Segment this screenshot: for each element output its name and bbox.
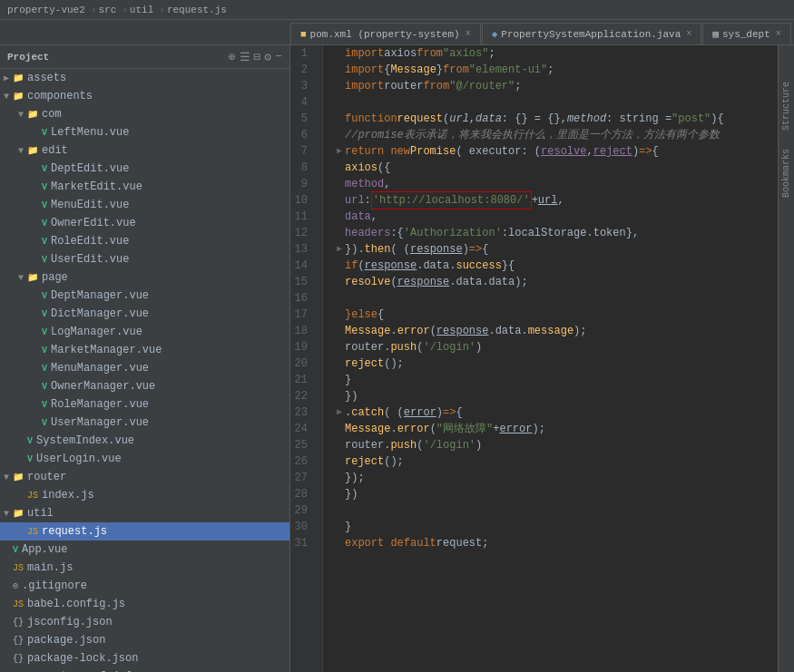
- tree-item-UserManager-vue[interactable]: VUserManager.vue: [0, 414, 289, 432]
- token: (: [390, 274, 397, 290]
- tree-item-util[interactable]: ▼📁util: [0, 504, 289, 522]
- code-line-4: [334, 94, 778, 111]
- token: from: [423, 78, 449, 94]
- token: reject: [593, 143, 632, 160]
- token: router: [384, 78, 423, 94]
- line-num-24: 24: [290, 421, 315, 437]
- tree-label: index.js: [42, 489, 94, 502]
- tree-item-package-json[interactable]: {}package.json: [0, 631, 289, 649]
- token: success: [456, 258, 501, 274]
- tree-item-package-lock-json[interactable]: {}package-lock.json: [0, 649, 289, 667]
- tree-item-RoleEdit-vue[interactable]: VRoleEdit.vue: [0, 232, 289, 250]
- tree-item-property-vue2-iml[interactable]: ⊡property-vue2.iml: [0, 667, 289, 672]
- tree-item-components[interactable]: ▼📁components: [0, 87, 289, 105]
- line-num-6: 6: [290, 127, 315, 143]
- tree-item-UserLogin-vue[interactable]: VUserLogin.vue: [0, 450, 289, 468]
- token: resolve: [541, 143, 586, 160]
- tree-item-OwnerEdit-vue[interactable]: VOwnerEdit.vue: [0, 214, 289, 232]
- token: (: [430, 421, 436, 437]
- tree-item-jsconfig-json[interactable]: {}jsconfig.json: [0, 613, 289, 631]
- tree-label: DeptEdit.vue: [51, 162, 129, 175]
- title-util: util: [130, 5, 153, 15]
- side-panels: Structure Bookmarks: [778, 45, 794, 672]
- tree-item-main-js[interactable]: JSmain.js: [0, 559, 289, 577]
- add-icon[interactable]: ⊕: [229, 50, 236, 64]
- tree-item-MarketManager-vue[interactable]: VMarketManager.vue: [0, 341, 289, 359]
- token: reject: [345, 453, 384, 470]
- file-icon: V: [42, 164, 47, 174]
- token: {: [456, 404, 462, 421]
- tree-item-MenuEdit-vue[interactable]: VMenuEdit.vue: [0, 196, 289, 214]
- line-num-9: 9: [290, 176, 315, 192]
- tab-app-java[interactable]: ◆ PropertySystemApplication.java ×: [482, 23, 702, 44]
- token: ,: [384, 176, 390, 192]
- token: =>: [443, 404, 456, 421]
- tree-item-babel-config-js[interactable]: JSbabel.config.js: [0, 595, 289, 613]
- list-icon[interactable]: ☰: [240, 50, 250, 64]
- token: .: [390, 421, 397, 437]
- collapse-icon[interactable]: ⊟: [254, 50, 261, 64]
- tree-label: OwnerEdit.vue: [51, 217, 136, 229]
- file-icon: V: [42, 346, 47, 355]
- token: router: [345, 339, 384, 355]
- close-app-button[interactable]: ×: [686, 29, 691, 39]
- tree-item-UserEdit-vue[interactable]: VUserEdit.vue: [0, 250, 289, 268]
- token: ): [475, 437, 482, 453]
- line-num-5: 5: [290, 111, 315, 127]
- close-pom-button[interactable]: ×: [466, 29, 471, 39]
- tree-item-LeftMenu-vue[interactable]: VLeftMenu.vue: [0, 123, 289, 141]
- tree-item-LogManager-vue[interactable]: VLogManager.vue: [0, 323, 289, 341]
- tab-sysdept[interactable]: ▦ sys_dept ×: [702, 23, 790, 44]
- tree-arrow: ▼: [0, 92, 13, 102]
- tree-label: LogManager.vue: [51, 326, 142, 338]
- tree-label: LeftMenu.vue: [51, 126, 129, 139]
- gutter-13: ▶: [334, 241, 345, 258]
- gear-icon[interactable]: ⚙: [264, 50, 271, 64]
- token: .: [390, 323, 397, 339]
- tree-item-index-js[interactable]: JSindex.js: [0, 486, 289, 504]
- code-line-5: function request(url,data : {} = {}, met…: [334, 111, 778, 127]
- tree-label: UserEdit.vue: [51, 253, 129, 266]
- token: export default: [345, 535, 436, 551]
- tree-item-App-vue[interactable]: VApp.vue: [0, 541, 289, 559]
- tree-item-edit[interactable]: ▼📁edit: [0, 141, 289, 160]
- file-icon: JS: [27, 527, 38, 537]
- tree-item-DictManager-vue[interactable]: VDictManager.vue: [0, 305, 289, 323]
- tree-item-router[interactable]: ▼📁router: [0, 468, 289, 486]
- tree-item-request-js[interactable]: JSrequest.js: [0, 522, 289, 541]
- tree-item-MenuManager-vue[interactable]: VMenuManager.vue: [0, 359, 289, 377]
- tree-item-MarketEdit-vue[interactable]: VMarketEdit.vue: [0, 178, 289, 196]
- tree-item-SystemIndex-vue[interactable]: VSystemIndex.vue: [0, 432, 289, 450]
- line-num-23: 23: [290, 404, 315, 421]
- token: resolve: [345, 274, 390, 290]
- close-sysdept-button[interactable]: ×: [776, 29, 781, 39]
- tree-item-OwnerManager-vue[interactable]: VOwnerManager.vue: [0, 377, 289, 395]
- token: "element-ui": [469, 62, 547, 78]
- tree-label: RoleManager.vue: [51, 398, 149, 411]
- token: }: [345, 372, 351, 388]
- tab-sysdept-label: sys_dept: [722, 29, 770, 40]
- token: (: [358, 258, 364, 274]
- file-icon: ⊙: [13, 580, 18, 591]
- code-line-11: data,: [334, 209, 778, 225]
- tab-pom[interactable]: ■ pom.xml (property-system) ×: [290, 23, 481, 44]
- token: Message: [390, 62, 436, 78]
- token: method: [567, 111, 606, 127]
- token: '/login': [423, 339, 475, 355]
- tree-item-DeptEdit-vue[interactable]: VDeptEdit.vue: [0, 160, 289, 178]
- token: );: [532, 421, 544, 437]
- code-line-19: router.push('/login'): [334, 339, 778, 355]
- tree-item-assets[interactable]: ▶📁assets: [0, 69, 289, 87]
- bookmarks-panel[interactable]: Bookmarks: [781, 149, 791, 198]
- tree-item--gitignore[interactable]: ⊙.gitignore: [0, 577, 289, 595]
- tree-item-DeptManager-vue[interactable]: VDeptManager.vue: [0, 287, 289, 305]
- structure-panel[interactable]: Structure: [781, 82, 791, 131]
- token: (: [430, 323, 436, 339]
- token: ();: [384, 355, 404, 372]
- tree-label: util: [27, 507, 54, 520]
- tree-item-page[interactable]: ▼📁page: [0, 268, 289, 287]
- tree-item-RoleManager-vue[interactable]: VRoleManager.vue: [0, 395, 289, 414]
- tree-item-com[interactable]: ▼📁com: [0, 105, 289, 123]
- token: router: [345, 437, 384, 453]
- minus-icon[interactable]: −: [275, 50, 282, 64]
